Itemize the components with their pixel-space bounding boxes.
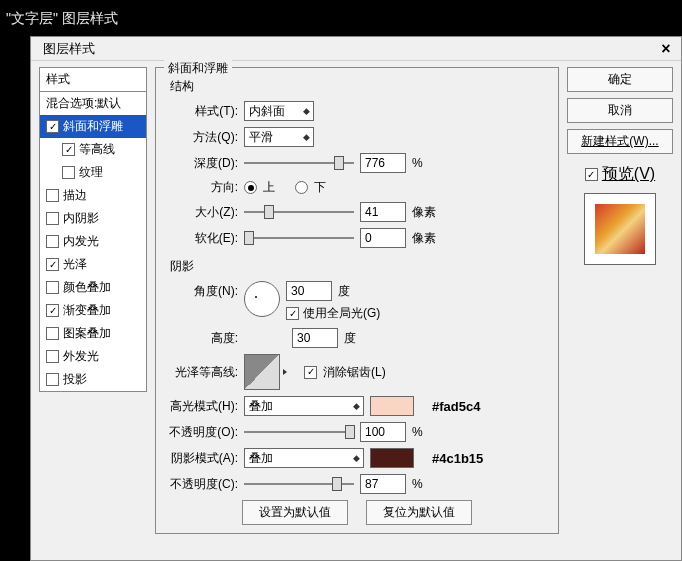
antialias-label: 消除锯齿(L): [323, 364, 386, 381]
direction-label: 方向:: [166, 179, 238, 196]
style-item[interactable]: 内阴影: [40, 207, 146, 230]
highlight-hex: #fad5c4: [432, 399, 480, 414]
blend-options-item[interactable]: 混合选项:默认: [40, 92, 146, 115]
angle-label: 角度(N):: [166, 281, 238, 300]
style-item-label: 渐变叠加: [63, 302, 111, 319]
style-checkbox[interactable]: [46, 373, 59, 386]
size-label: 大小(Z):: [166, 204, 238, 221]
style-checkbox[interactable]: [46, 120, 59, 133]
ok-button[interactable]: 确定: [567, 67, 673, 92]
shadow-opacity-unit: %: [412, 477, 423, 491]
size-input[interactable]: 41: [360, 202, 406, 222]
style-item[interactable]: 图案叠加: [40, 322, 146, 345]
use-global-light-checkbox[interactable]: [286, 307, 299, 320]
group-title: 斜面和浮雕: [164, 60, 232, 77]
angle-unit: 度: [338, 283, 350, 300]
style-checkbox[interactable]: [46, 281, 59, 294]
style-item-label: 外发光: [63, 348, 99, 365]
direction-down-radio[interactable]: [295, 181, 308, 194]
angle-input[interactable]: 30: [286, 281, 332, 301]
style-item-label: 投影: [63, 371, 87, 388]
method-label: 方法(Q):: [166, 129, 238, 146]
style-checkbox[interactable]: [46, 258, 59, 271]
style-item[interactable]: 等高线: [40, 138, 146, 161]
style-checkbox[interactable]: [46, 327, 59, 340]
preview-box: [584, 193, 656, 265]
soften-unit: 像素: [412, 230, 436, 247]
dialog-titlebar[interactable]: 图层样式 ×: [31, 37, 681, 61]
shadow-mode-label: 阴影模式(A):: [166, 450, 238, 467]
highlight-color-swatch[interactable]: [370, 396, 414, 416]
altitude-label: 高度:: [166, 330, 238, 347]
style-item[interactable]: 渐变叠加: [40, 299, 146, 322]
style-checkbox[interactable]: [46, 189, 59, 202]
bevel-emboss-group: 斜面和浮雕 结构 样式(T): 内斜面 方法(Q): 平滑 深度(D): 776…: [155, 67, 559, 534]
reset-default-button[interactable]: 复位为默认值: [366, 500, 472, 525]
size-slider[interactable]: [244, 203, 354, 221]
shadow-opacity-input[interactable]: 87: [360, 474, 406, 494]
highlight-mode-select[interactable]: 叠加: [244, 396, 364, 416]
style-item[interactable]: 颜色叠加: [40, 276, 146, 299]
highlight-opacity-slider[interactable]: [244, 423, 354, 441]
style-item-label: 图案叠加: [63, 325, 111, 342]
depth-slider[interactable]: [244, 154, 354, 172]
right-column: 确定 取消 新建样式(W)... 预览(V): [567, 67, 673, 552]
style-item[interactable]: 外发光: [40, 345, 146, 368]
preview-label: 预览(V): [602, 164, 655, 185]
style-item[interactable]: 纹理: [40, 161, 146, 184]
style-checkbox[interactable]: [46, 235, 59, 248]
preview-checkbox[interactable]: [585, 168, 598, 181]
soften-slider[interactable]: [244, 229, 354, 247]
altitude-input[interactable]: 30: [292, 328, 338, 348]
cancel-button[interactable]: 取消: [567, 98, 673, 123]
app-window-title: "文字层" 图层样式: [0, 0, 682, 36]
style-item-label: 纹理: [79, 164, 103, 181]
style-item[interactable]: 内发光: [40, 230, 146, 253]
size-unit: 像素: [412, 204, 436, 221]
direction-up-radio[interactable]: [244, 181, 257, 194]
shadow-title: 阴影: [170, 258, 548, 275]
direction-down-label: 下: [314, 179, 326, 196]
soften-input[interactable]: 0: [360, 228, 406, 248]
styles-column: 样式 混合选项:默认 斜面和浮雕等高线纹理描边内阴影内发光光泽颜色叠加渐变叠加图…: [39, 67, 147, 552]
style-label: 样式(T):: [166, 103, 238, 120]
style-checkbox[interactable]: [46, 350, 59, 363]
style-item-label: 颜色叠加: [63, 279, 111, 296]
highlight-opacity-input[interactable]: 100: [360, 422, 406, 442]
style-item-label: 光泽: [63, 256, 87, 273]
style-item[interactable]: 光泽: [40, 253, 146, 276]
shadow-color-swatch[interactable]: [370, 448, 414, 468]
depth-unit: %: [412, 156, 423, 170]
main-panel: 斜面和浮雕 结构 样式(T): 内斜面 方法(Q): 平滑 深度(D): 776…: [155, 67, 559, 552]
gloss-contour-label: 光泽等高线:: [166, 364, 238, 381]
highlight-mode-label: 高光模式(H):: [166, 398, 238, 415]
style-select[interactable]: 内斜面: [244, 101, 314, 121]
style-item-label: 内阴影: [63, 210, 99, 227]
style-item[interactable]: 斜面和浮雕: [40, 115, 146, 138]
style-checkbox[interactable]: [62, 143, 75, 156]
method-select[interactable]: 平滑: [244, 127, 314, 147]
angle-dial[interactable]: [244, 281, 280, 317]
shadow-opacity-slider[interactable]: [244, 475, 354, 493]
depth-input[interactable]: 776: [360, 153, 406, 173]
highlight-opacity-label: 不透明度(O):: [166, 424, 238, 441]
new-style-button[interactable]: 新建样式(W)...: [567, 129, 673, 154]
shadow-mode-select[interactable]: 叠加: [244, 448, 364, 468]
styles-header[interactable]: 样式: [39, 67, 147, 92]
style-checkbox[interactable]: [46, 212, 59, 225]
style-item-label: 描边: [63, 187, 87, 204]
close-icon[interactable]: ×: [657, 40, 675, 58]
use-global-light-label: 使用全局光(G): [303, 305, 380, 322]
make-default-button[interactable]: 设置为默认值: [242, 500, 348, 525]
style-checkbox[interactable]: [46, 304, 59, 317]
depth-label: 深度(D):: [166, 155, 238, 172]
shadow-opacity-label: 不透明度(C):: [166, 476, 238, 493]
highlight-opacity-unit: %: [412, 425, 423, 439]
antialias-checkbox[interactable]: [304, 366, 317, 379]
style-item-label: 内发光: [63, 233, 99, 250]
style-checkbox[interactable]: [62, 166, 75, 179]
style-item[interactable]: 描边: [40, 184, 146, 207]
style-item[interactable]: 投影: [40, 368, 146, 391]
gloss-contour-picker[interactable]: [244, 354, 280, 390]
style-item-label: 斜面和浮雕: [63, 118, 123, 135]
